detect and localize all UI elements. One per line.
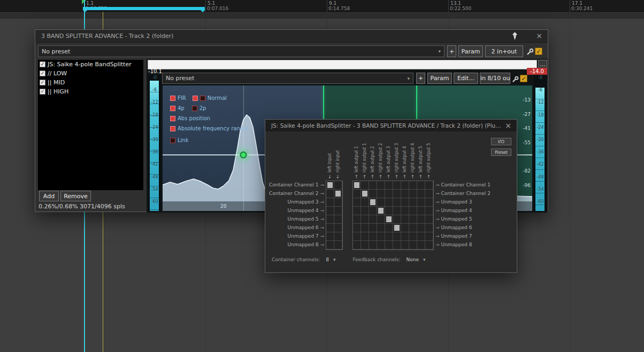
abs-freq-checkbox[interactable] (170, 126, 175, 131)
normal-checkbox-a[interactable] (193, 96, 198, 101)
preset-save-button[interactable]: + (447, 45, 456, 57)
pin-cell[interactable] (401, 232, 409, 241)
pin-cell[interactable] (377, 181, 385, 190)
output-pin-grid[interactable] (352, 181, 434, 250)
pin-cell[interactable] (393, 198, 401, 207)
pin-cell[interactable] (361, 224, 369, 232)
pin-cell[interactable] (353, 181, 361, 190)
remove-fx-button[interactable]: Remove (60, 191, 91, 201)
pin-cell[interactable] (361, 207, 369, 215)
add-fx-button[interactable]: Add (39, 191, 59, 201)
pin-cell[interactable] (385, 198, 393, 207)
io-menu-button[interactable]: I/O (491, 138, 511, 145)
pin-cell[interactable] (417, 190, 425, 198)
normal-checkbox-b[interactable] (200, 96, 205, 101)
fx-window-titlebar[interactable]: 3 BAND SPLITTER ADVANCE - Track 2 (folde… (35, 30, 548, 43)
pin-cell[interactable] (361, 232, 369, 241)
pin-cell[interactable] (409, 198, 417, 207)
pin-cell[interactable] (334, 181, 342, 190)
pin-cell[interactable] (385, 190, 393, 198)
plugin-param-button[interactable]: Param (427, 73, 452, 84)
pin-cell[interactable] (417, 215, 425, 224)
pin-cell[interactable] (393, 224, 401, 232)
fx-enabled-checkbox[interactable] (40, 89, 45, 95)
4p-checkbox[interactable] (170, 106, 175, 111)
chain-io-button[interactable]: 2 in+out (485, 45, 523, 57)
pin-cell[interactable] (377, 215, 385, 224)
plugin-preset-dropdown[interactable]: No preset (162, 73, 413, 84)
fx-preset-dropdown[interactable]: No preset (38, 45, 444, 57)
pin-cell[interactable] (361, 181, 369, 190)
pin-cell[interactable] (377, 198, 385, 207)
pin-cell[interactable] (425, 232, 433, 241)
plugin-io-button[interactable]: in 8/10 ou (480, 73, 510, 84)
pin-cell[interactable] (353, 224, 361, 232)
pin-window-titlebar[interactable]: JS: Saike 4-pole BandSplitter - 3 BAND S… (265, 120, 517, 131)
2p-checkbox[interactable] (192, 106, 197, 111)
pin-cell[interactable] (401, 224, 409, 232)
pin-cell[interactable] (385, 181, 393, 190)
plugin-preset-save-button[interactable]: + (416, 73, 425, 84)
pin-cell[interactable] (417, 224, 425, 232)
pin-cell[interactable] (417, 207, 425, 215)
pin-cell[interactable] (353, 232, 361, 241)
pin-cell[interactable] (369, 241, 377, 249)
abs-position-checkbox[interactable] (170, 116, 175, 121)
pin-cell[interactable] (393, 232, 401, 241)
input-pin-grid[interactable] (326, 181, 343, 250)
pin-cell[interactable] (417, 198, 425, 207)
pin-cell[interactable] (334, 224, 342, 232)
pin-cell[interactable] (409, 241, 417, 249)
pin-cell[interactable] (361, 215, 369, 224)
pin-cell[interactable] (385, 241, 393, 249)
pin-cell[interactable] (425, 215, 433, 224)
pin-cell[interactable] (353, 190, 361, 198)
pin-cell[interactable] (334, 207, 342, 215)
pin-cell[interactable] (334, 190, 342, 198)
pin-cell[interactable] (393, 190, 401, 198)
pin-cell[interactable] (334, 198, 342, 207)
pin-cell[interactable] (369, 207, 377, 215)
fx-list-item[interactable]: JS: Saike 4-pole BandSplitter (38, 60, 143, 69)
pin-cell[interactable] (425, 207, 433, 215)
link-checkbox[interactable] (170, 138, 175, 143)
pin-cell[interactable] (409, 181, 417, 190)
pin-cell[interactable] (326, 198, 334, 207)
pin-cell[interactable] (417, 232, 425, 241)
pin-cell[interactable] (409, 215, 417, 224)
wrench-icon[interactable] (512, 75, 519, 82)
pin-cell[interactable] (393, 207, 401, 215)
pin-cell[interactable] (353, 241, 361, 249)
fx-enabled-checkbox[interactable] (40, 61, 45, 67)
pin-cell[interactable] (377, 241, 385, 249)
fx-enabled-checkbox[interactable] (40, 80, 45, 85)
fx-enable-toggle[interactable] (535, 48, 542, 55)
container-channels-dropdown[interactable]: 8 (324, 256, 338, 263)
fx-name-field[interactable] (148, 60, 537, 69)
fir-checkbox[interactable] (170, 96, 175, 101)
pin-cell[interactable] (417, 241, 425, 249)
pin-cell[interactable] (425, 190, 433, 198)
pin-cell[interactable] (377, 190, 385, 198)
pin-cell[interactable] (393, 181, 401, 190)
pin-cell[interactable] (369, 232, 377, 241)
plugin-edit-button[interactable]: Edit... (454, 73, 478, 84)
pin-cell[interactable] (401, 190, 409, 198)
pin-cell[interactable] (369, 224, 377, 232)
pin-cell[interactable] (377, 207, 385, 215)
pin-cell[interactable] (353, 215, 361, 224)
fx-list-item[interactable]: || MID (38, 78, 143, 87)
plugin-enable-toggle[interactable] (520, 75, 527, 82)
pin-cell[interactable] (425, 198, 433, 207)
pin-cell[interactable] (326, 232, 334, 241)
pin-cell[interactable] (326, 224, 334, 232)
pin-cell[interactable] (401, 241, 409, 249)
wrench-icon[interactable] (526, 48, 534, 55)
pin-cell[interactable] (369, 190, 377, 198)
fx-list-item[interactable]: // LOW (38, 69, 143, 78)
pin-cell[interactable] (393, 215, 401, 224)
crossover-node[interactable] (240, 152, 247, 159)
pin-cell[interactable] (385, 224, 393, 232)
pin-cell[interactable] (334, 215, 342, 224)
pin-cell[interactable] (385, 207, 393, 215)
